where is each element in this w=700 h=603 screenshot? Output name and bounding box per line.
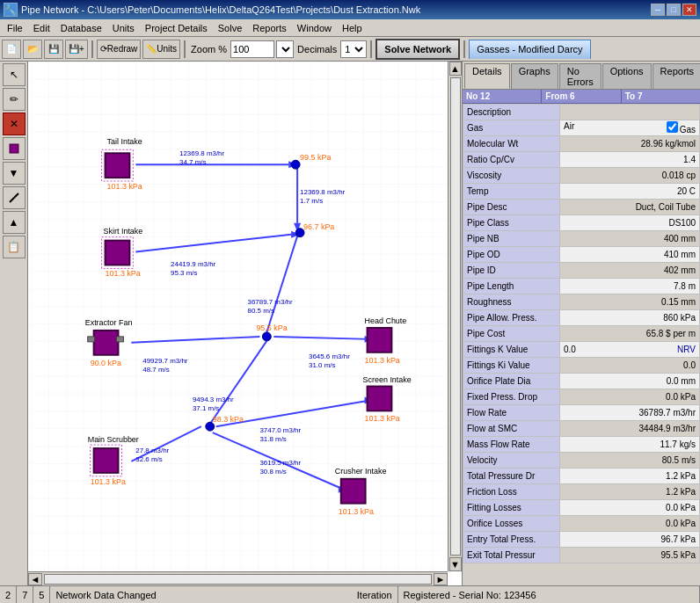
menu-help[interactable]: Help — [337, 21, 368, 35]
prop-value-0[interactable] — [560, 105, 700, 120]
prop-value-4: 0.018 cp — [560, 168, 700, 184]
header-to: To 7 — [622, 90, 700, 103]
menu-database[interactable]: Database — [55, 21, 107, 35]
status-registered: Registered - Serial No: 123456 — [398, 586, 700, 603]
svg-point-37 — [291, 160, 300, 169]
svg-text:32.6 m/s: 32.6 m/s — [135, 455, 162, 463]
prop-label-11: Pipe Length — [463, 279, 560, 294]
app-icon: 🔧 — [4, 3, 18, 17]
prop-value-1[interactable]: AirGas — [560, 120, 700, 136]
zoom-input[interactable] — [230, 40, 274, 58]
prop-label-9: Pipe OD — [463, 247, 560, 263]
zoom-dropdown[interactable] — [276, 40, 294, 58]
prop-value-28: 95.5 kPa — [560, 548, 700, 563]
redraw-button[interactable]: ⟳ Redraw — [97, 40, 141, 59]
menu-file[interactable]: File — [2, 21, 28, 35]
scroll-down-button[interactable]: ▼ — [449, 557, 462, 571]
horizontal-scroll-track[interactable] — [44, 574, 432, 585]
save-as-button[interactable]: 💾+ — [65, 40, 88, 59]
maximize-button[interactable]: □ — [667, 4, 681, 16]
tab-reports[interactable]: Reports — [653, 63, 700, 89]
select-tool[interactable]: ↖ — [3, 63, 26, 86]
menu-edit[interactable]: Edit — [28, 21, 55, 35]
svg-text:101.3 kPa: 101.3 kPa — [365, 356, 400, 365]
svg-text:12369.8 m3/hr: 12369.8 m3/hr — [179, 149, 225, 157]
prop-row-10: Pipe ID402 mm — [463, 263, 700, 279]
prop-label-27: Entry Total Press. — [463, 532, 560, 548]
solve-button[interactable]: Solve Network — [376, 39, 460, 60]
close-button[interactable]: ✕ — [682, 4, 696, 16]
svg-text:96.7 kPa: 96.7 kPa — [303, 222, 334, 231]
prop-value-17: 0.0 mm — [560, 374, 700, 389]
menu-window[interactable]: Window — [292, 21, 337, 35]
svg-text:1.7 m/s: 1.7 m/s — [300, 197, 323, 205]
scroll-left-button[interactable]: ◄ — [28, 573, 42, 585]
separator1 — [91, 40, 93, 58]
notes-tool[interactable]: 📋 — [3, 236, 26, 258]
tab-graphs[interactable]: Graphs — [511, 63, 558, 89]
scroll-up-button[interactable]: ▲ — [449, 62, 462, 76]
tab-details[interactable]: Details — [464, 63, 510, 89]
panel-tabs: Details Graphs No Errors Options Reports… — [463, 62, 700, 90]
pipe-tool[interactable] — [3, 186, 26, 209]
new-button[interactable]: 📄 — [2, 40, 21, 59]
prop-label-1: Gas — [463, 120, 560, 136]
svg-rect-51 — [341, 479, 366, 504]
scroll-right-button[interactable]: ► — [434, 573, 448, 585]
prop-label-28: Exit Total Pressur — [463, 548, 560, 563]
window-controls[interactable]: ─ □ ✕ — [651, 4, 696, 16]
tab-options[interactable]: Options — [602, 63, 652, 89]
svg-text:99.5 kPa: 99.5 kPa — [300, 153, 331, 162]
decimals-select[interactable]: 123 — [340, 40, 367, 58]
prop-label-20: Flow at SMC — [463, 421, 560, 437]
decimals-label: Decimals — [297, 44, 337, 54]
menu-reports[interactable]: Reports — [247, 21, 292, 35]
svg-text:80.5 m/s: 80.5 m/s — [247, 307, 273, 315]
vertical-scrollbar[interactable]: ▲ ▼ — [448, 62, 462, 571]
horizontal-scrollbar[interactable]: ◄ ► — [28, 571, 448, 585]
units-button[interactable]: 📏 Units — [142, 40, 180, 59]
prop-label-25: Fitting Losses — [463, 500, 560, 516]
prop-label-24: Friction Loss — [463, 484, 560, 500]
tab-no-errors[interactable]: No Errors — [559, 63, 602, 89]
svg-text:Extractor Fan: Extractor Fan — [85, 318, 133, 327]
prop-row-6: Pipe DescDuct, Coil Tube — [463, 200, 700, 215]
network-diagram[interactable]: Tail Intake 101.3 kPa Skirt Intake 101.3… — [28, 62, 462, 585]
menu-solve[interactable]: Solve — [213, 21, 248, 35]
prop-label-2: Molecular Wt — [463, 136, 560, 152]
prop-row-28: Exit Total Pressur95.5 kPa — [463, 548, 700, 563]
svg-text:98.3 kPa: 98.3 kPa — [213, 415, 244, 424]
gasses-tab[interactable]: Gasses - Modified Darcy — [469, 40, 590, 59]
flow-tool[interactable]: ▼ — [3, 162, 26, 185]
svg-rect-33 — [94, 448, 119, 473]
prop-label-13: Pipe Allow. Press. — [463, 310, 560, 326]
prop-label-3: Ratio Cp/Cv — [463, 152, 560, 168]
prop-label-12: Roughness — [463, 294, 560, 310]
redraw-icon: ⟳ — [100, 44, 107, 54]
vertical-scroll-track[interactable] — [450, 77, 461, 556]
menu-project-details[interactable]: Project Details — [140, 21, 213, 35]
svg-text:95.5 kPa: 95.5 kPa — [256, 323, 287, 332]
prop-value-10: 402 mm — [560, 263, 700, 279]
prop-value-6[interactable]: Duct, Coil Tube — [560, 200, 700, 215]
draw-tool[interactable]: ✏ — [3, 88, 26, 111]
svg-text:24419.9 m3/hr: 24419.9 m3/hr — [171, 260, 216, 268]
minimize-button[interactable]: ─ — [651, 4, 665, 16]
svg-text:12369.8 m3/hr: 12369.8 m3/hr — [300, 188, 346, 196]
node-tool[interactable] — [3, 137, 26, 160]
prop-value-8: 400 mm — [560, 231, 700, 247]
save-button[interactable]: 💾 — [44, 40, 63, 59]
pump-tool[interactable]: ▲ — [3, 211, 26, 234]
delete-tool[interactable]: ✕ — [3, 113, 26, 135]
properties-scroll[interactable]: DescriptionGasAirGasMolecular Wt28.96 kg… — [463, 104, 700, 585]
menu-units[interactable]: Units — [107, 21, 140, 35]
svg-text:3619.5 m3/hr: 3619.5 m3/hr — [259, 459, 301, 467]
prop-row-20: Flow at SMC34484.9 m3/hr — [463, 421, 700, 437]
prop-value-22: 80.5 m/s — [560, 453, 700, 469]
prop-value-7[interactable]: DS100 — [560, 215, 700, 231]
open-button[interactable]: 📂 — [23, 40, 42, 59]
svg-text:Screen Intake: Screen Intake — [363, 375, 412, 384]
svg-text:101.3 kPa: 101.3 kPa — [339, 507, 374, 516]
prop-value-11: 7.8 m — [560, 279, 700, 294]
separator2 — [184, 40, 186, 58]
